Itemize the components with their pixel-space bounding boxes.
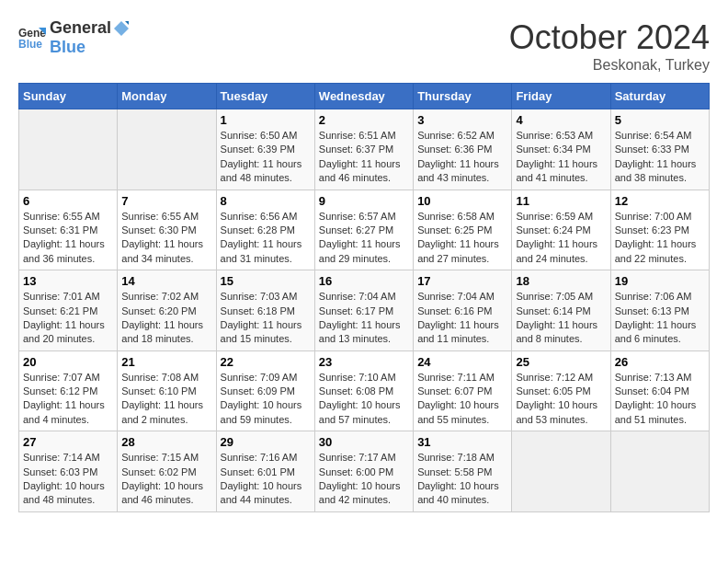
day-info: Sunrise: 6:53 AMSunset: 6:34 PMDaylight:… [516, 129, 606, 186]
calendar-cell: 31Sunrise: 7:18 AMSunset: 5:58 PMDayligh… [414, 431, 512, 512]
calendar-cell: 7Sunrise: 6:55 AMSunset: 6:30 PMDaylight… [118, 190, 216, 270]
calendar-cell: 8Sunrise: 6:56 AMSunset: 6:28 PMDaylight… [216, 190, 314, 270]
day-number: 15 [221, 274, 311, 288]
calendar-cell: 9Sunrise: 6:57 AMSunset: 6:27 PMDaylight… [314, 190, 413, 270]
day-info: Sunrise: 7:15 AMSunset: 6:02 PMDaylight:… [121, 451, 211, 508]
day-number: 23 [319, 355, 409, 369]
calendar-week-1: 1Sunrise: 6:50 AMSunset: 6:39 PMDaylight… [19, 109, 710, 190]
calendar-cell: 14Sunrise: 7:02 AMSunset: 6:20 PMDayligh… [118, 270, 216, 351]
calendar-cell: 29Sunrise: 7:16 AMSunset: 6:01 PMDayligh… [216, 431, 314, 512]
day-info: Sunrise: 6:50 AMSunset: 6:39 PMDaylight:… [221, 129, 311, 186]
day-info: Sunrise: 7:03 AMSunset: 6:18 PMDaylight:… [221, 290, 311, 347]
calendar-week-2: 6Sunrise: 6:55 AMSunset: 6:31 PMDaylight… [19, 190, 710, 270]
weekday-header-sunday: Sunday [19, 84, 118, 109]
day-number: 10 [417, 194, 507, 208]
day-info: Sunrise: 6:51 AMSunset: 6:37 PMDaylight:… [319, 129, 409, 186]
weekday-header-saturday: Saturday [610, 84, 709, 109]
day-info: Sunrise: 6:52 AMSunset: 6:36 PMDaylight:… [417, 129, 507, 186]
day-number: 17 [417, 274, 507, 288]
weekday-header-tuesday: Tuesday [216, 84, 314, 109]
calendar-cell: 15Sunrise: 7:03 AMSunset: 6:18 PMDayligh… [216, 270, 314, 351]
calendar-cell: 4Sunrise: 6:53 AMSunset: 6:34 PMDaylight… [512, 109, 610, 190]
calendar-cell: 25Sunrise: 7:12 AMSunset: 6:05 PMDayligh… [512, 350, 610, 431]
svg-text:Blue: Blue [18, 38, 42, 51]
day-number: 24 [417, 355, 507, 369]
month-title: October 2024 [509, 18, 710, 57]
day-number: 27 [23, 435, 113, 449]
calendar-cell: 24Sunrise: 7:11 AMSunset: 6:07 PMDayligh… [414, 350, 512, 431]
page-header: General Blue General Blue October 2024 B… [18, 18, 710, 74]
day-info: Sunrise: 7:00 AMSunset: 6:23 PMDaylight:… [615, 210, 705, 267]
calendar-cell: 30Sunrise: 7:17 AMSunset: 6:00 PMDayligh… [314, 431, 413, 512]
day-info: Sunrise: 7:05 AMSunset: 6:14 PMDaylight:… [516, 290, 606, 347]
weekday-header-friday: Friday [512, 84, 610, 109]
day-info: Sunrise: 6:58 AMSunset: 6:25 PMDaylight:… [417, 210, 507, 267]
calendar-cell: 26Sunrise: 7:13 AMSunset: 6:04 PMDayligh… [610, 350, 709, 431]
day-info: Sunrise: 7:07 AMSunset: 6:12 PMDaylight:… [23, 371, 113, 428]
day-number: 4 [516, 113, 606, 127]
day-info: Sunrise: 7:11 AMSunset: 6:07 PMDaylight:… [417, 371, 507, 428]
day-number: 11 [516, 194, 606, 208]
day-info: Sunrise: 7:14 AMSunset: 6:03 PMDaylight:… [23, 451, 113, 508]
logo: General Blue General Blue [18, 18, 131, 57]
calendar-cell: 23Sunrise: 7:10 AMSunset: 6:08 PMDayligh… [314, 350, 413, 431]
svg-marker-3 [114, 21, 129, 36]
calendar-cell: 28Sunrise: 7:15 AMSunset: 6:02 PMDayligh… [118, 431, 216, 512]
day-number: 2 [319, 113, 409, 127]
day-number: 7 [121, 194, 211, 208]
day-info: Sunrise: 6:56 AMSunset: 6:28 PMDaylight:… [221, 210, 311, 267]
calendar-cell: 10Sunrise: 6:58 AMSunset: 6:25 PMDayligh… [414, 190, 512, 270]
day-number: 31 [417, 435, 507, 449]
day-number: 9 [319, 194, 409, 208]
day-info: Sunrise: 6:55 AMSunset: 6:31 PMDaylight:… [23, 210, 113, 267]
day-info: Sunrise: 7:02 AMSunset: 6:20 PMDaylight:… [121, 290, 211, 347]
calendar-cell: 21Sunrise: 7:08 AMSunset: 6:10 PMDayligh… [118, 350, 216, 431]
calendar-cell: 20Sunrise: 7:07 AMSunset: 6:12 PMDayligh… [19, 350, 118, 431]
day-number: 1 [221, 113, 311, 127]
day-number: 3 [417, 113, 507, 127]
calendar-cell: 11Sunrise: 6:59 AMSunset: 6:24 PMDayligh… [512, 190, 610, 270]
weekday-header-monday: Monday [118, 84, 216, 109]
day-number: 16 [319, 274, 409, 288]
day-info: Sunrise: 6:59 AMSunset: 6:24 PMDaylight:… [516, 210, 606, 267]
day-number: 21 [121, 355, 211, 369]
calendar-cell [118, 109, 216, 190]
day-number: 29 [221, 435, 311, 449]
day-number: 30 [319, 435, 409, 449]
day-number: 6 [23, 194, 113, 208]
day-info: Sunrise: 7:09 AMSunset: 6:09 PMDaylight:… [221, 371, 311, 428]
calendar-cell: 5Sunrise: 6:54 AMSunset: 6:33 PMDaylight… [610, 109, 709, 190]
day-info: Sunrise: 7:13 AMSunset: 6:04 PMDaylight:… [615, 371, 705, 428]
day-info: Sunrise: 6:54 AMSunset: 6:33 PMDaylight:… [615, 129, 705, 186]
day-number: 19 [615, 274, 705, 288]
day-number: 13 [23, 274, 113, 288]
day-info: Sunrise: 7:06 AMSunset: 6:13 PMDaylight:… [615, 290, 705, 347]
day-number: 14 [121, 274, 211, 288]
location-subtitle: Beskonak, Turkey [509, 57, 710, 74]
calendar-cell: 17Sunrise: 7:04 AMSunset: 6:16 PMDayligh… [414, 270, 512, 351]
calendar-week-5: 27Sunrise: 7:14 AMSunset: 6:03 PMDayligh… [19, 431, 710, 512]
calendar-cell: 1Sunrise: 6:50 AMSunset: 6:39 PMDaylight… [216, 109, 314, 190]
day-info: Sunrise: 7:10 AMSunset: 6:08 PMDaylight:… [319, 371, 409, 428]
day-number: 26 [615, 355, 705, 369]
day-info: Sunrise: 6:55 AMSunset: 6:30 PMDaylight:… [121, 210, 211, 267]
day-info: Sunrise: 6:57 AMSunset: 6:27 PMDaylight:… [319, 210, 409, 267]
logo-general: General [50, 18, 111, 38]
day-number: 8 [221, 194, 311, 208]
weekday-header-thursday: Thursday [414, 84, 512, 109]
calendar-week-4: 20Sunrise: 7:07 AMSunset: 6:12 PMDayligh… [19, 350, 710, 431]
day-info: Sunrise: 7:12 AMSunset: 6:05 PMDaylight:… [516, 371, 606, 428]
calendar-week-3: 13Sunrise: 7:01 AMSunset: 6:21 PMDayligh… [19, 270, 710, 351]
day-info: Sunrise: 7:08 AMSunset: 6:10 PMDaylight:… [121, 371, 211, 428]
day-number: 5 [615, 113, 705, 127]
calendar-cell: 2Sunrise: 6:51 AMSunset: 6:37 PMDaylight… [314, 109, 413, 190]
day-info: Sunrise: 7:04 AMSunset: 6:17 PMDaylight:… [319, 290, 409, 347]
day-info: Sunrise: 7:04 AMSunset: 6:16 PMDaylight:… [417, 290, 507, 347]
day-number: 25 [516, 355, 606, 369]
calendar-cell: 19Sunrise: 7:06 AMSunset: 6:13 PMDayligh… [610, 270, 709, 351]
calendar-cell: 12Sunrise: 7:00 AMSunset: 6:23 PMDayligh… [610, 190, 709, 270]
day-info: Sunrise: 7:17 AMSunset: 6:00 PMDaylight:… [319, 451, 409, 508]
calendar-cell: 6Sunrise: 6:55 AMSunset: 6:31 PMDaylight… [19, 190, 118, 270]
day-number: 18 [516, 274, 606, 288]
calendar-cell: 18Sunrise: 7:05 AMSunset: 6:14 PMDayligh… [512, 270, 610, 351]
